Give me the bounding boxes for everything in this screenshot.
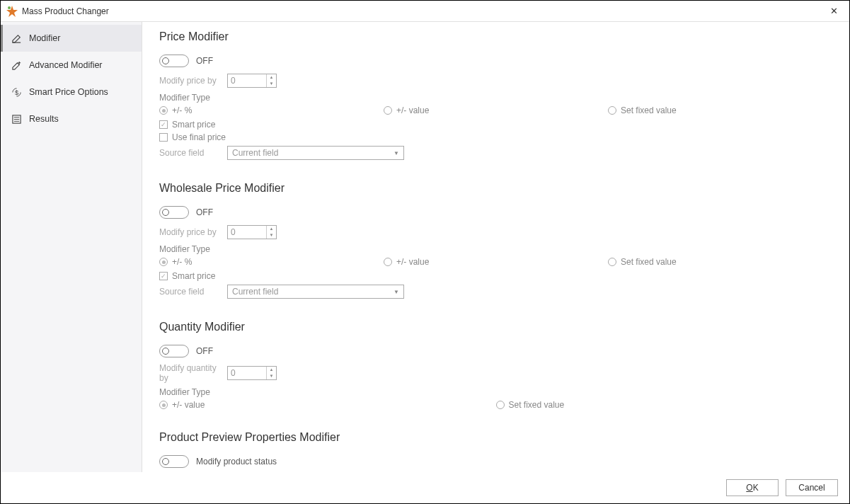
- list-icon: [11, 113, 22, 125]
- radio-set-fixed[interactable]: Set fixed value: [496, 400, 833, 410]
- edit-icon: [11, 33, 22, 44]
- spinner-up-icon[interactable]: ▲: [267, 367, 276, 373]
- close-button[interactable]: ✕: [824, 6, 844, 16]
- modify-wholesale-input[interactable]: ▲▼: [227, 225, 277, 239]
- spinner-down-icon[interactable]: ▼: [267, 81, 276, 87]
- radio-set-fixed[interactable]: Set fixed value: [608, 105, 832, 115]
- modify-quantity-value[interactable]: [228, 367, 266, 379]
- wholesale-toggle-label: OFF: [196, 207, 213, 217]
- svg-point-0: [8, 6, 11, 9]
- sidebar-item-label: Smart Price Options: [29, 87, 108, 97]
- section-wholesale-price-modifier: Wholesale Price Modifier OFF Modify pric…: [159, 182, 832, 299]
- radio-plusminus-value[interactable]: +/- value: [384, 257, 608, 267]
- radio-plusminus-value[interactable]: +/- value: [159, 400, 496, 410]
- modify-wholesale-label: Modify price by: [159, 227, 227, 237]
- app-icon: [6, 6, 18, 17]
- sidebar-item-results[interactable]: Results: [1, 105, 142, 132]
- modifier-type-label: Modifier Type: [159, 93, 832, 103]
- modify-quantity-label: Modify quantity by: [159, 363, 227, 383]
- sidebar-item-smart-price[interactable]: $ Smart Price Options: [1, 79, 142, 105]
- section-price-modifier: Price Modifier OFF Modify price by ▲▼ Mo…: [159, 30, 832, 161]
- modifier-type-label: Modifier Type: [159, 387, 832, 397]
- section-heading: Product Preview Properties Modifier: [159, 431, 832, 444]
- quantity-toggle-label: OFF: [196, 346, 213, 356]
- radio-set-fixed[interactable]: Set fixed value: [608, 257, 832, 267]
- quantity-toggle[interactable]: [159, 345, 189, 357]
- cancel-button[interactable]: Cancel: [786, 479, 838, 496]
- sidebar-item-label: Modifier: [29, 33, 60, 43]
- spinner-up-icon[interactable]: ▲: [267, 226, 276, 232]
- wholesale-source-label: Source field: [159, 287, 227, 297]
- spinner-down-icon[interactable]: ▼: [267, 373, 276, 379]
- footer: OK Cancel: [1, 472, 849, 503]
- ok-button[interactable]: OK: [726, 479, 779, 496]
- dollar-arrows-icon: $: [11, 86, 22, 98]
- window-title: Mass Product Changer: [22, 6, 824, 16]
- spinner-up-icon[interactable]: ▲: [267, 74, 276, 81]
- price-toggle-label: OFF: [196, 56, 213, 66]
- section-heading: Wholesale Price Modifier: [159, 182, 832, 195]
- modify-quantity-input[interactable]: ▲▼: [227, 366, 277, 380]
- sidebar-item-label: Results: [29, 114, 59, 124]
- preview-toggle[interactable]: [159, 455, 189, 468]
- modify-price-label: Modify price by: [159, 76, 227, 86]
- svg-text:$: $: [14, 89, 18, 96]
- source-field-select[interactable]: Current field▼: [227, 146, 404, 160]
- main-window: Mass Product Changer ✕ Modifier Advanced…: [0, 0, 850, 504]
- sidebar-item-modifier[interactable]: Modifier: [1, 25, 142, 52]
- section-heading: Price Modifier: [159, 30, 832, 43]
- use-final-price-check[interactable]: Use final price: [159, 132, 832, 142]
- edit-plus-icon: [11, 59, 22, 71]
- section-preview-modifier: Product Preview Properties Modifier Modi…: [159, 431, 832, 469]
- wholesale-source-select[interactable]: Current field▼: [227, 285, 404, 299]
- wholesale-modifier-type: +/- % +/- value Set fixed value: [159, 257, 832, 267]
- price-toggle[interactable]: [159, 55, 189, 67]
- titlebar: Mass Product Changer ✕: [1, 1, 849, 22]
- source-field-label: Source field: [159, 148, 227, 158]
- wholesale-toggle[interactable]: [159, 206, 189, 219]
- radio-plusminus-percent[interactable]: +/- %: [159, 105, 384, 115]
- sidebar-item-label: Advanced Modifier: [29, 60, 103, 70]
- modifier-type-label: Modifier Type: [159, 244, 832, 254]
- content-area: Price Modifier OFF Modify price by ▲▼ Mo…: [142, 22, 849, 503]
- sidebar-item-advanced-modifier[interactable]: Advanced Modifier: [1, 52, 142, 79]
- spinner-down-icon[interactable]: ▼: [267, 232, 276, 239]
- section-heading: Quantity Modifier: [159, 321, 832, 333]
- preview-toggle-label: Modify product status: [196, 457, 277, 466]
- radio-plusminus-percent[interactable]: +/- %: [159, 257, 384, 267]
- modify-price-value[interactable]: [228, 74, 266, 87]
- quantity-modifier-type: +/- value Set fixed value: [159, 400, 832, 410]
- chevron-down-icon: ▼: [394, 289, 399, 295]
- modify-price-input[interactable]: ▲▼: [227, 74, 277, 88]
- radio-plusminus-value[interactable]: +/- value: [384, 105, 608, 115]
- smart-price-check[interactable]: Smart price: [159, 120, 832, 130]
- chevron-down-icon: ▼: [394, 150, 399, 156]
- section-quantity-modifier: Quantity Modifier OFF Modify quantity by…: [159, 321, 832, 410]
- wholesale-smart-price-check[interactable]: Smart price: [159, 271, 832, 281]
- modify-wholesale-value[interactable]: [228, 226, 266, 239]
- body: Modifier Advanced Modifier $ Smart Price…: [1, 22, 849, 503]
- price-modifier-type: +/- % +/- value Set fixed value: [159, 105, 832, 115]
- sidebar: Modifier Advanced Modifier $ Smart Price…: [1, 22, 142, 503]
